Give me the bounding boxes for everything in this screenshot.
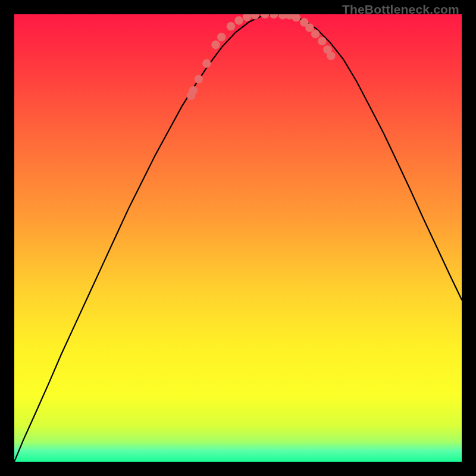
watermark-label: TheBottleneck.com bbox=[342, 2, 459, 17]
marker-dot bbox=[327, 52, 335, 60]
marker-dot bbox=[189, 86, 198, 95]
marker-dot bbox=[318, 37, 326, 45]
plot-svg bbox=[14, 14, 462, 462]
marker-dot bbox=[195, 75, 203, 83]
plot-area bbox=[14, 14, 462, 462]
marker-dot bbox=[211, 40, 220, 49]
marker-dot bbox=[217, 33, 226, 41]
marker-dot bbox=[305, 23, 314, 32]
marker-dot bbox=[311, 30, 320, 38]
marker-dot bbox=[202, 60, 211, 68]
marker-dot bbox=[227, 22, 235, 30]
gradient-background bbox=[14, 14, 462, 462]
chart-frame: TheBottleneck.com bbox=[0, 0, 476, 476]
marker-dot bbox=[234, 16, 243, 24]
